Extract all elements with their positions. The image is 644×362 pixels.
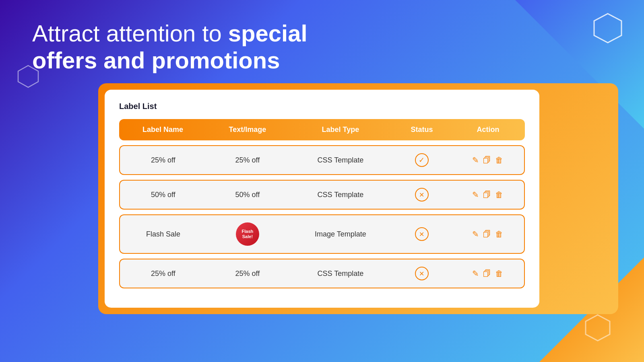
- table-row: Flash Sale FlashSale! Image Template ✕ ✎…: [119, 214, 525, 254]
- headline-line1: Attract attention to: [32, 20, 228, 46]
- label-table: Label Name Text/Image Label Type Status …: [119, 119, 525, 293]
- row-spacer-4: [119, 288, 525, 293]
- col-header-label-name: Label Name: [119, 119, 206, 140]
- col-header-action: Action: [451, 119, 525, 140]
- cell-action-1: ✎ 🗍 🗑: [451, 145, 525, 175]
- col-header-status: Status: [392, 119, 451, 140]
- row-spacer-2: [119, 210, 525, 214]
- cell-text-image-4: 25% off: [206, 259, 289, 288]
- cell-status-4: ✕: [392, 259, 451, 288]
- cell-status-3: ✕: [392, 214, 451, 254]
- cell-label-type-4: CSS Template: [289, 259, 392, 288]
- cell-status-1: ✓: [392, 145, 451, 175]
- edit-icon-3[interactable]: ✎: [472, 229, 479, 239]
- row-spacer-1: [119, 175, 525, 180]
- action-icons-4: ✎ 🗍 🗑: [459, 269, 516, 278]
- status-check-icon: ✓: [415, 153, 429, 167]
- trash-icon-2[interactable]: 🗑: [495, 190, 503, 200]
- page-headline: Attract attention to special offers and …: [32, 20, 314, 74]
- status-x-icon-3: ✕: [415, 227, 429, 241]
- card-title: Label List: [119, 102, 525, 111]
- cell-label-name-4: 25% off: [119, 259, 206, 288]
- table-row: 25% off 25% off CSS Template ✕ ✎ 🗍 🗑: [119, 259, 525, 288]
- action-icons-2: ✎ 🗍 🗑: [459, 190, 516, 200]
- cell-action-2: ✎ 🗍 🗑: [451, 180, 525, 210]
- table-row: 50% off 50% off CSS Template ✕ ✎ 🗍 🗑: [119, 180, 525, 210]
- cell-text-image-2: 50% off: [206, 180, 289, 210]
- status-x-icon-4: ✕: [415, 267, 429, 280]
- cell-action-4: ✎ 🗍 🗑: [451, 259, 525, 288]
- copy-icon-2[interactable]: 🗍: [483, 190, 491, 200]
- col-header-label-type: Label Type: [289, 119, 392, 140]
- label-list-card: Label List Label Name Text/Image Label T…: [105, 90, 539, 308]
- row-spacer-0: [119, 140, 525, 145]
- trash-icon-4[interactable]: 🗑: [495, 269, 503, 278]
- flash-sale-badge: FlashSale!: [236, 222, 259, 246]
- cell-action-3: ✎ 🗍 🗑: [451, 214, 525, 254]
- action-icons-1: ✎ 🗍 🗑: [459, 155, 516, 165]
- edit-icon-1[interactable]: ✎: [472, 155, 479, 165]
- cell-label-type-2: CSS Template: [289, 180, 392, 210]
- copy-icon-1[interactable]: 🗍: [483, 156, 491, 165]
- edit-icon-2[interactable]: ✎: [472, 190, 479, 200]
- cell-label-type-1: CSS Template: [289, 145, 392, 175]
- copy-icon-4[interactable]: 🗍: [483, 269, 491, 278]
- page-content: Attract attention to special offers and …: [0, 0, 644, 328]
- status-x-icon-2: ✕: [415, 188, 429, 202]
- action-icons-3: ✎ 🗍 🗑: [459, 229, 516, 239]
- cell-status-2: ✕: [392, 180, 451, 210]
- edit-icon-4[interactable]: ✎: [472, 269, 479, 278]
- copy-icon-3[interactable]: 🗍: [483, 230, 491, 239]
- table-header-row: Label Name Text/Image Label Type Status …: [119, 119, 525, 140]
- cell-label-name-3: Flash Sale: [119, 214, 206, 254]
- table-row: 25% off 25% off CSS Template ✓ ✎ 🗍 🗑: [119, 145, 525, 175]
- row-spacer-3: [119, 254, 525, 259]
- col-header-text-image: Text/Image: [206, 119, 289, 140]
- cell-text-image-3: FlashSale!: [206, 214, 289, 254]
- cell-label-type-3: Image Template: [289, 214, 392, 254]
- cell-label-name-1: 25% off: [119, 145, 206, 175]
- trash-icon-3[interactable]: 🗑: [495, 230, 503, 239]
- cell-text-image-1: 25% off: [206, 145, 289, 175]
- cell-label-name-2: 50% off: [119, 180, 206, 210]
- trash-icon-1[interactable]: 🗑: [495, 156, 503, 165]
- card-wrapper: Label List Label Name Text/Image Label T…: [105, 90, 612, 308]
